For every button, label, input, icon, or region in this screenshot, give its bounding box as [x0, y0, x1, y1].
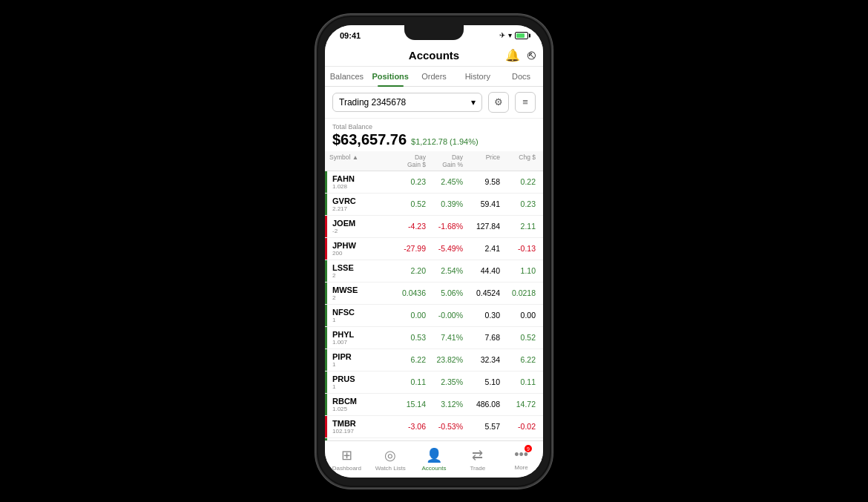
price: 32.34	[463, 355, 500, 364]
nav-more-label: More	[514, 464, 527, 471]
day-gain-pct: 7.41%	[426, 333, 463, 342]
symbol-cell: GVRC 2.217	[329, 196, 389, 212]
symbol-name: PRUS	[332, 374, 389, 383]
table-row[interactable]: NFSC 1 0.00 -0.00% 0.30 0.00	[325, 305, 543, 327]
day-gain: -27.99	[389, 244, 426, 253]
symbol-cell: MWSE 2	[329, 285, 389, 301]
table-body: FAHN 1.028 0.23 2.45% 9.58 0.22 GVRC 2.2…	[325, 171, 543, 440]
balance-amount: $63,657.76	[332, 131, 407, 148]
table-row[interactable]: RBCM 1.025 15.14 3.12% 486.08 14.72	[325, 394, 543, 416]
symbol-qty: 1	[332, 383, 389, 390]
symbol-cell: FAHN 1.028	[329, 174, 389, 190]
symbol-qty: 200	[332, 250, 389, 257]
header-actions: 🔔 ⎋	[505, 47, 536, 63]
chg: 0.00	[500, 311, 536, 320]
symbol-name: PIPR	[332, 352, 389, 361]
price: 7.68	[463, 333, 500, 342]
day-gain-pct: 23.82%	[426, 355, 463, 364]
chg: 0.22	[500, 177, 536, 186]
tabs-bar: Balances Positions Orders History Docs	[325, 67, 543, 87]
tab-balances[interactable]: Balances	[325, 67, 369, 86]
chg: 6.22	[500, 355, 536, 364]
table-row[interactable]: LSSE 2 2.20 2.54% 44.40 1.10	[325, 260, 543, 283]
table-row[interactable]: PIPR 1 6.22 23.82% 32.34 6.22	[325, 349, 543, 371]
col-price: Price	[463, 153, 500, 168]
symbol-cell: RBCM 1.025	[329, 397, 389, 412]
symbol-name: MWSE	[332, 285, 389, 294]
table-row[interactable]: PHYL 1.007 0.53 7.41% 7.68 0.52	[325, 327, 543, 349]
wifi-icon: ▾	[508, 31, 512, 39]
nav-accounts[interactable]: 👤 Accounts	[412, 447, 456, 472]
day-gain: -3.06	[389, 422, 426, 431]
airplane-icon: ✈	[499, 31, 505, 39]
nav-accounts-label: Accounts	[422, 465, 447, 472]
table-row[interactable]: MWSE 2 0.0436 5.06% 0.4524 0.0218	[325, 283, 543, 305]
col-symbol: Symbol ▲	[329, 153, 389, 168]
symbol-cell: PHYL 1.007	[329, 330, 389, 346]
positions-table: Symbol ▲ DayGain $ DayGain % Price Chg $…	[325, 151, 543, 440]
table-row[interactable]: TMBR 102.197 -3.06 -0.53% 5.57 -0.02	[325, 416, 543, 438]
nav-dashboard-label: Dashboard	[332, 465, 361, 472]
day-gain: 0.52	[389, 199, 426, 208]
day-gain: 0.00	[389, 311, 426, 320]
price: 5.57	[463, 422, 500, 431]
chg: 0.0218	[500, 288, 536, 297]
symbol-name: JOEM	[332, 219, 389, 228]
table-row[interactable]: FAHN 1.028 0.23 2.45% 9.58 0.22	[325, 171, 543, 194]
table-row[interactable]: JPHW 200 -27.99 -5.49% 2.41 -0.13	[325, 238, 543, 260]
gear-icon: ⚙	[494, 96, 503, 108]
phone-screen: 09:41 ✈ ▾ Accounts 🔔 ⎋ Balances Pos	[325, 25, 543, 478]
table-header: Symbol ▲ DayGain $ DayGain % Price Chg $	[325, 151, 543, 171]
day-gain: 2.20	[389, 266, 426, 275]
table-row[interactable]: GVRC 2.217 0.52 0.39% 59.41 0.23	[325, 194, 543, 216]
status-icons: ✈ ▾	[499, 31, 528, 39]
symbol-qty: 1.028	[332, 183, 389, 190]
price: 2.41	[463, 244, 500, 253]
chg: -0.13	[500, 244, 536, 253]
dashboard-icon: ⊞	[341, 447, 352, 463]
logout-icon[interactable]: ⎋	[527, 47, 536, 63]
nav-watchlists[interactable]: ◎ Watch Lists	[369, 447, 412, 472]
day-gain-pct: -1.68%	[426, 222, 463, 231]
nav-trade[interactable]: ⇄ Trade	[456, 447, 499, 472]
balance-display: $63,657.76 $1,212.78 (1.94%)	[332, 131, 536, 148]
symbol-cell: NFSC 1	[329, 308, 389, 323]
balance-label: Total Balance	[332, 123, 536, 131]
day-gain-pct: 2.35%	[426, 377, 463, 386]
day-gain: 0.23	[389, 177, 426, 186]
col-day-gain-pct: DayGain %	[426, 153, 463, 168]
dropdown-chevron: ▾	[471, 97, 476, 108]
tab-orders[interactable]: Orders	[412, 67, 456, 86]
list-button[interactable]: ≡	[515, 92, 536, 113]
tab-docs[interactable]: Docs	[499, 67, 543, 86]
nav-dashboard[interactable]: ⊞ Dashboard	[325, 447, 369, 472]
nav-watchlists-label: Watch Lists	[375, 465, 406, 472]
account-dropdown[interactable]: Trading 2345678 ▾	[332, 93, 482, 112]
symbol-name: NFSC	[332, 308, 389, 317]
tab-positions[interactable]: Positions	[369, 67, 412, 86]
symbol-cell: LSSE 2	[329, 263, 389, 279]
chg: 2.11	[500, 222, 536, 231]
symbol-cell: JPHW 200	[329, 241, 389, 257]
table-row[interactable]: UBSW 86.84 86.84 0.53% 183.52 0.98	[325, 438, 543, 440]
day-gain: 0.53	[389, 333, 426, 342]
balance-change: $1,212.78 (1.94%)	[411, 137, 479, 146]
symbol-name: LSSE	[332, 263, 389, 272]
symbol-qty: 102.197	[332, 428, 389, 435]
table-row[interactable]: PRUS 1 0.11 2.35% 5.10 0.11	[325, 371, 543, 394]
day-gain: 15.14	[389, 400, 426, 409]
table-row[interactable]: JOEM -2 -4.23 -1.68% 127.84 2.11	[325, 216, 543, 238]
chg: -0.02	[500, 422, 536, 431]
watchlists-icon: ◎	[384, 447, 396, 463]
tab-history[interactable]: History	[456, 67, 499, 86]
price: 0.4524	[463, 288, 500, 297]
col-chg: Chg $	[500, 153, 536, 168]
symbol-cell: TMBR 102.197	[329, 419, 389, 435]
day-gain-pct: -0.00%	[426, 311, 463, 320]
bell-icon[interactable]: 🔔	[505, 48, 520, 62]
gear-button[interactable]: ⚙	[488, 92, 509, 113]
price: 5.10	[463, 377, 500, 386]
account-name: Trading 2345678	[339, 97, 406, 108]
nav-more[interactable]: ••• 9 More	[499, 447, 543, 471]
account-actions: ⚙ ≡	[488, 92, 536, 113]
